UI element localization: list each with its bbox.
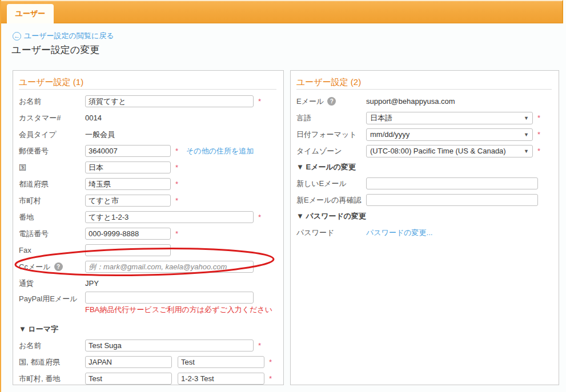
- panel1-title: ユーザー設定 (1): [19, 75, 276, 89]
- member-type-row: 会員タイプ 一般会員: [19, 126, 276, 143]
- chevron-down-icon: ▼: [524, 115, 529, 121]
- date-format-select[interactable]: mm/dd/yyyy ▼: [366, 128, 533, 141]
- password-row: パスワード パスワードの変更...: [296, 224, 552, 241]
- required-asterisk: *: [175, 196, 178, 205]
- romaji-name-row: お名前 *: [19, 337, 276, 354]
- paypal-required-note: FBA納品代行サービスご利用の方は必ずご入力ください: [85, 305, 272, 315]
- city-row: 市町村 *: [19, 192, 276, 209]
- tab-user[interactable]: ユーザー: [7, 4, 54, 23]
- name-row: お名前 *: [19, 93, 276, 110]
- panel-user-settings-1: ユーザー設定 (1) お名前 * カスタマー# 0014 会員タイプ 一般会員 …: [13, 70, 284, 385]
- change-password-link[interactable]: パスワードの変更...: [366, 228, 432, 238]
- chevron-down-icon: ▼: [524, 132, 529, 138]
- email-row: Eメール ? support@behappyusa.com: [296, 93, 552, 110]
- panel2-title: ユーザー設定 (2): [296, 75, 552, 89]
- confirm-email-label: 新Eメールの再確認: [296, 195, 366, 205]
- chevron-down-icon: ▼: [524, 148, 529, 154]
- phone-label: 電話番号: [19, 229, 85, 239]
- country-input[interactable]: [85, 161, 171, 173]
- page-left-accent-border: [0, 0, 1, 392]
- street-label: 番地: [19, 212, 85, 223]
- customer-number-row: カスタマー# 0014: [19, 110, 276, 126]
- panel-user-settings-2: ユーザー設定 (2) Eメール ? support@behappyusa.com…: [290, 70, 559, 385]
- email-change-section-header: ▼ Eメールの変更: [296, 159, 552, 175]
- help-icon[interactable]: ?: [327, 97, 336, 106]
- romaji-country-input[interactable]: [85, 356, 172, 368]
- member-type-label: 会員タイプ: [19, 130, 85, 140]
- street-row: 番地 *: [19, 209, 276, 225]
- confirm-email-input[interactable]: [366, 194, 538, 206]
- timezone-row: タイムゾーン (UTC-08:00) Pacific Time (US & Ca…: [296, 143, 552, 159]
- add-address-link[interactable]: その他の住所を追加: [186, 146, 254, 156]
- required-asterisk: *: [258, 341, 261, 350]
- required-asterisk: *: [269, 358, 272, 366]
- street-input[interactable]: [85, 211, 254, 223]
- country-row: 国 *: [19, 159, 276, 176]
- fax-label: Fax: [19, 246, 85, 254]
- timezone-selected-value: (UTC-08:00) Pacific Time (US & Canada): [370, 147, 521, 155]
- language-label: 言語: [296, 113, 366, 123]
- timezone-select[interactable]: (UTC-08:00) Pacific Time (US & Canada) ▼: [366, 145, 533, 157]
- romaji-country-pref-row: 国, 都道府県 *: [19, 354, 276, 370]
- romaji-name-input[interactable]: [85, 340, 254, 351]
- romaji-country-pref-label: 国, 都道府県: [19, 357, 85, 367]
- confirm-email-row: 新Eメールの再確認: [296, 192, 552, 208]
- date-format-row: 日付フォーマット mm/dd/yyyy ▼ *: [296, 126, 552, 143]
- required-asterisk: *: [258, 213, 261, 221]
- back-to-user-settings-link[interactable]: ← ユーザー設定の閲覧に戻る: [13, 31, 114, 41]
- zip-input[interactable]: [85, 145, 171, 157]
- paypal-email-input[interactable]: [85, 292, 254, 304]
- country-label: 国: [19, 163, 85, 173]
- cc-mail-label: Ccメール ?: [19, 262, 85, 272]
- currency-label: 通貨: [19, 278, 85, 289]
- timezone-label: タイムゾーン: [296, 146, 366, 156]
- required-asterisk: *: [175, 163, 178, 172]
- prefecture-input[interactable]: [85, 178, 171, 190]
- new-email-input[interactable]: [366, 177, 538, 189]
- city-input[interactable]: [85, 195, 171, 207]
- email-label: Eメール ?: [296, 96, 366, 107]
- panel2-divider: [296, 89, 552, 90]
- required-asterisk: *: [175, 147, 178, 155]
- date-format-selected-value: mm/dd/yyyy: [370, 130, 521, 139]
- prefecture-label: 都道府県: [19, 179, 85, 189]
- phone-row: 電話番号 *: [19, 225, 276, 242]
- currency-row: 通貨 JPY: [19, 275, 276, 292]
- romaji-name-label: お名前: [19, 341, 85, 351]
- cc-mail-input[interactable]: [85, 261, 254, 273]
- new-email-label: 新しいEメール: [296, 179, 366, 189]
- currency-value: JPY: [85, 279, 99, 288]
- phone-input[interactable]: [85, 228, 171, 240]
- new-email-row: 新しいEメール: [296, 175, 552, 192]
- zip-row: 郵便番号 * その他の住所を追加: [19, 143, 276, 159]
- romaji-pref-input[interactable]: [178, 356, 264, 368]
- date-format-label: 日付フォーマット: [296, 130, 366, 140]
- member-type-value: 一般会員: [85, 130, 115, 140]
- fax-row: Fax: [19, 242, 276, 258]
- name-input[interactable]: [85, 95, 254, 107]
- page-title: ユーザー設定の変更: [11, 43, 99, 56]
- user-settings-page: { "window": { "tab_label": "ユーザー", "back…: [0, 0, 566, 392]
- required-asterisk: *: [269, 374, 272, 383]
- required-asterisk: *: [175, 229, 178, 238]
- top-navigation-bar: [1, 0, 563, 23]
- customer-number-value: 0014: [85, 114, 102, 122]
- back-arrow-icon: ←: [13, 32, 21, 41]
- customer-number-label: カスタマー#: [19, 113, 85, 123]
- language-select[interactable]: 日本語 ▼: [366, 112, 533, 124]
- language-row: 言語 日本語 ▼ *: [296, 110, 552, 126]
- romaji-section-header: ▼ ローマ字: [19, 321, 276, 337]
- romaji-street-input[interactable]: [178, 373, 264, 385]
- fax-input[interactable]: [85, 244, 171, 256]
- romaji-city-street-label: 市町村, 番地: [19, 374, 85, 384]
- romaji-city-input[interactable]: [85, 373, 172, 385]
- email-value: support@behappyusa.com: [366, 97, 455, 106]
- paypal-email-field: FBA納品代行サービスご利用の方は必ずご入力ください: [85, 292, 272, 315]
- zip-label: 郵便番号: [19, 146, 85, 156]
- required-asterisk: *: [537, 114, 540, 122]
- language-selected-value: 日本語: [370, 113, 521, 123]
- required-asterisk: *: [537, 130, 540, 139]
- cc-mail-label-text: Ccメール: [19, 262, 51, 272]
- paypal-email-label: PayPal用Eメール: [19, 292, 85, 304]
- help-icon[interactable]: ?: [54, 262, 63, 271]
